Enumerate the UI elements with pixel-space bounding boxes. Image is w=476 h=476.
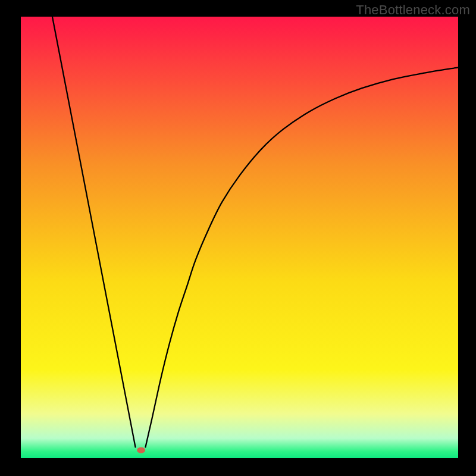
watermark-text: TheBottleneck.com — [356, 2, 470, 18]
plot-background — [21, 17, 458, 458]
minimum-marker — [137, 447, 145, 453]
chart-frame: TheBottleneck.com — [0, 0, 476, 476]
bottleneck-chart — [0, 0, 476, 476]
